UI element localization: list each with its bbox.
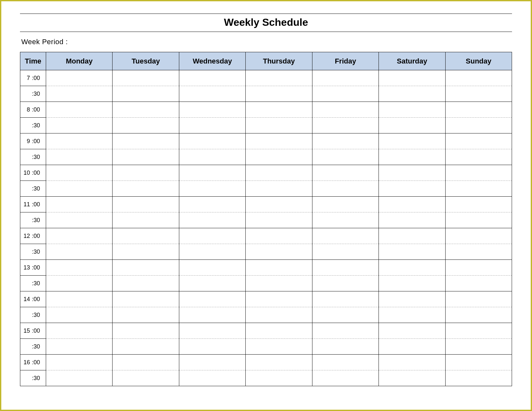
schedule-cell[interactable] [113, 244, 179, 260]
schedule-cell[interactable] [246, 276, 312, 291]
schedule-cell[interactable] [312, 102, 379, 118]
schedule-cell[interactable] [246, 102, 312, 118]
schedule-cell[interactable] [445, 291, 512, 307]
schedule-cell[interactable] [379, 165, 445, 181]
schedule-cell[interactable] [246, 149, 312, 165]
schedule-cell[interactable] [312, 133, 379, 149]
schedule-cell[interactable] [246, 181, 312, 197]
schedule-cell[interactable] [445, 276, 512, 291]
schedule-cell[interactable] [312, 323, 379, 339]
schedule-cell[interactable] [445, 197, 512, 212]
schedule-cell[interactable] [379, 307, 445, 323]
schedule-cell[interactable] [46, 118, 113, 133]
schedule-cell[interactable] [445, 212, 512, 228]
schedule-cell[interactable] [46, 212, 113, 228]
schedule-cell[interactable] [246, 86, 312, 102]
schedule-cell[interactable] [179, 181, 245, 197]
schedule-cell[interactable] [179, 149, 245, 165]
schedule-cell[interactable] [179, 323, 245, 339]
schedule-cell[interactable] [246, 70, 312, 86]
schedule-cell[interactable] [445, 165, 512, 181]
schedule-cell[interactable] [445, 102, 512, 118]
schedule-cell[interactable] [46, 244, 113, 260]
schedule-cell[interactable] [445, 323, 512, 339]
schedule-cell[interactable] [379, 276, 445, 291]
schedule-cell[interactable] [46, 197, 113, 212]
schedule-cell[interactable] [445, 70, 512, 86]
schedule-cell[interactable] [312, 165, 379, 181]
schedule-cell[interactable] [246, 260, 312, 276]
schedule-cell[interactable] [46, 181, 113, 197]
schedule-cell[interactable] [46, 133, 113, 149]
schedule-cell[interactable] [46, 291, 113, 307]
schedule-cell[interactable] [379, 291, 445, 307]
schedule-cell[interactable] [312, 86, 379, 102]
schedule-cell[interactable] [113, 86, 179, 102]
schedule-cell[interactable] [179, 244, 245, 260]
schedule-cell[interactable] [246, 370, 312, 386]
schedule-cell[interactable] [113, 133, 179, 149]
schedule-cell[interactable] [46, 339, 113, 355]
schedule-cell[interactable] [46, 86, 113, 102]
schedule-cell[interactable] [113, 307, 179, 323]
schedule-cell[interactable] [379, 181, 445, 197]
schedule-cell[interactable] [113, 276, 179, 291]
schedule-cell[interactable] [179, 86, 245, 102]
schedule-cell[interactable] [312, 355, 379, 370]
schedule-cell[interactable] [312, 197, 379, 212]
schedule-cell[interactable] [113, 339, 179, 355]
schedule-cell[interactable] [46, 228, 113, 244]
schedule-cell[interactable] [445, 133, 512, 149]
schedule-cell[interactable] [46, 165, 113, 181]
schedule-cell[interactable] [113, 102, 179, 118]
schedule-cell[interactable] [179, 102, 245, 118]
schedule-cell[interactable] [179, 339, 245, 355]
schedule-cell[interactable] [312, 339, 379, 355]
schedule-cell[interactable] [379, 323, 445, 339]
schedule-cell[interactable] [312, 370, 379, 386]
schedule-cell[interactable] [179, 370, 245, 386]
schedule-cell[interactable] [445, 355, 512, 370]
schedule-cell[interactable] [379, 102, 445, 118]
schedule-cell[interactable] [113, 118, 179, 133]
schedule-cell[interactable] [113, 149, 179, 165]
schedule-cell[interactable] [246, 228, 312, 244]
schedule-cell[interactable] [113, 228, 179, 244]
schedule-cell[interactable] [312, 70, 379, 86]
schedule-cell[interactable] [46, 370, 113, 386]
schedule-cell[interactable] [445, 260, 512, 276]
schedule-cell[interactable] [445, 244, 512, 260]
schedule-cell[interactable] [179, 307, 245, 323]
schedule-cell[interactable] [46, 102, 113, 118]
schedule-cell[interactable] [179, 118, 245, 133]
schedule-cell[interactable] [113, 70, 179, 86]
schedule-cell[interactable] [246, 165, 312, 181]
schedule-cell[interactable] [379, 260, 445, 276]
schedule-cell[interactable] [445, 118, 512, 133]
schedule-cell[interactable] [179, 165, 245, 181]
schedule-cell[interactable] [46, 276, 113, 291]
schedule-cell[interactable] [246, 197, 312, 212]
schedule-cell[interactable] [179, 260, 245, 276]
schedule-cell[interactable] [179, 212, 245, 228]
schedule-cell[interactable] [379, 86, 445, 102]
schedule-cell[interactable] [179, 133, 245, 149]
schedule-cell[interactable] [246, 307, 312, 323]
schedule-cell[interactable] [312, 291, 379, 307]
schedule-cell[interactable] [246, 133, 312, 149]
schedule-cell[interactable] [312, 307, 379, 323]
schedule-cell[interactable] [445, 149, 512, 165]
schedule-cell[interactable] [379, 355, 445, 370]
schedule-cell[interactable] [113, 323, 179, 339]
schedule-cell[interactable] [312, 149, 379, 165]
schedule-cell[interactable] [179, 291, 245, 307]
schedule-cell[interactable] [312, 212, 379, 228]
schedule-cell[interactable] [246, 118, 312, 133]
schedule-cell[interactable] [445, 181, 512, 197]
schedule-cell[interactable] [113, 212, 179, 228]
schedule-cell[interactable] [179, 228, 245, 244]
schedule-cell[interactable] [445, 307, 512, 323]
schedule-cell[interactable] [113, 181, 179, 197]
schedule-cell[interactable] [312, 181, 379, 197]
schedule-cell[interactable] [113, 291, 179, 307]
